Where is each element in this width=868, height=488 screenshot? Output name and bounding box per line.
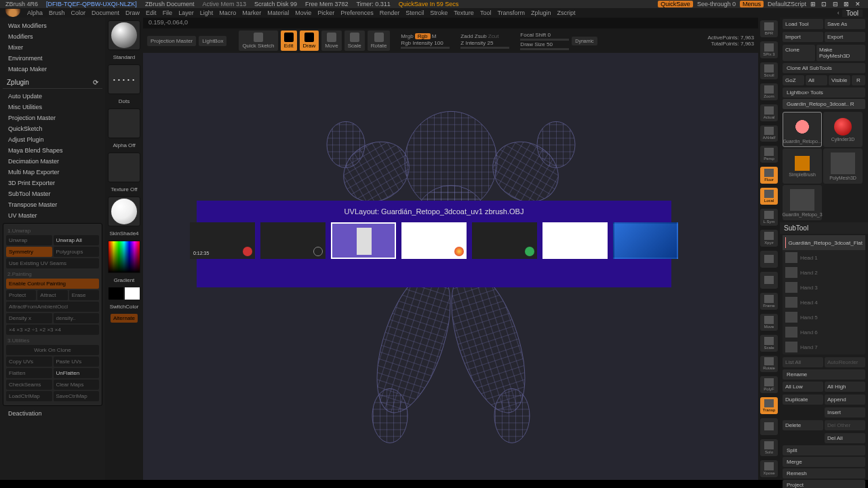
unflatten-button[interactable]: UnFlatten	[54, 368, 100, 378]
focal-shift[interactable]: Focal Shift 0	[520, 32, 569, 38]
zadd[interactable]: Zadd	[460, 33, 473, 39]
rename-button[interactable]: Rename	[783, 369, 865, 380]
menu-render[interactable]: Render	[380, 9, 400, 16]
color-picker[interactable]	[108, 241, 140, 273]
zplugin-header[interactable]: Zplugin⟳	[3, 77, 102, 89]
menu-layer[interactable]: Layer	[178, 9, 194, 16]
mrgb[interactable]: Mrgb	[401, 33, 413, 39]
task-thumb-3-selected[interactable]	[331, 222, 396, 259]
save-as[interactable]: Save As	[825, 19, 865, 29]
right-tool-Frame[interactable]: Frame	[760, 293, 778, 310]
subtool-slot[interactable]: Head 1	[783, 250, 865, 265]
right-tool-Transp[interactable]: Transp	[760, 397, 778, 414]
right-tool-Scroll[interactable]: Scroll	[760, 62, 778, 79]
subtool-slot[interactable]: Hand 5	[783, 310, 865, 325]
unwrap-button[interactable]: Unwrap	[6, 235, 52, 245]
density-field[interactable]: density..	[54, 313, 100, 323]
leftitem[interactable]: Projection Master	[3, 113, 102, 123]
leftitem[interactable]: Transpose Master	[3, 199, 102, 210]
duplicate[interactable]: Duplicate	[783, 394, 823, 405]
ambient-button[interactable]: AttractFromAmbientOccl	[6, 302, 99, 312]
move-button[interactable]: Move	[321, 30, 342, 51]
menu-edit[interactable]: Edit	[146, 9, 157, 16]
right-tool-Persp[interactable]: Persp	[760, 146, 778, 163]
project[interactable]: Project	[783, 480, 865, 488]
subtool-slot[interactable]: Hand 3	[783, 280, 865, 295]
menu-brush[interactable]: Brush	[49, 9, 65, 16]
edit-button[interactable]: Edit	[281, 30, 297, 51]
load-tool[interactable]: Load Tool	[783, 19, 823, 29]
refresh-icon[interactable]: ⟳	[93, 79, 98, 86]
dynamic-button[interactable]: Dynamic	[572, 37, 597, 45]
menu-zscript[interactable]: Zscript	[557, 9, 576, 16]
menus-button[interactable]: Menus	[740, 1, 764, 7]
task-thumb-6[interactable]	[542, 222, 608, 259]
polygroups-button[interactable]: Polygroups	[54, 247, 100, 257]
menu-alpha[interactable]: Alpha	[27, 9, 43, 16]
leftitem[interactable]: Wax Modifiers	[3, 20, 102, 31]
goz-all[interactable]: All	[806, 75, 827, 85]
leftitem[interactable]: Decimation Master	[3, 156, 102, 167]
checkseams[interactable]: CheckSeams	[6, 380, 52, 390]
leftitem[interactable]: Misc Utilities	[3, 102, 102, 113]
leftitem[interactable]: QuickSketch	[3, 123, 102, 134]
texture-swatch[interactable]	[108, 152, 140, 182]
split[interactable]: Split	[783, 445, 865, 455]
quicksave-button[interactable]: QuickSave	[658, 1, 693, 7]
right-tool-L.Sym[interactable]: L.Sym	[760, 209, 778, 226]
load-ctrlmap[interactable]: LoadCtrlMap	[6, 391, 52, 401]
autoreorder[interactable]: AutoReorder	[825, 357, 865, 367]
leftitem[interactable]: Matcap Maker	[3, 64, 102, 75]
right-tool-blank[interactable]	[760, 272, 778, 289]
menu-tool[interactable]: Tool	[480, 9, 492, 16]
menu-file[interactable]: File	[163, 9, 173, 16]
subtool-slot[interactable]: Hand 7	[783, 340, 865, 354]
rotate-button[interactable]: Rotate	[368, 30, 391, 51]
right-tool-BPR[interactable]: BPR	[760, 20, 778, 37]
export-button[interactable]: Export	[825, 32, 865, 42]
zsub[interactable]: Zsub	[475, 33, 487, 39]
default-zscript[interactable]: DefaultZScript	[768, 1, 806, 7]
right-tool-Local[interactable]: Local	[760, 188, 778, 205]
make-polymesh[interactable]: Make PolyMesh3D	[816, 45, 865, 61]
current-tool[interactable]: Guardin_Retopo_3dcoat.. R	[783, 99, 865, 109]
existing-seams[interactable]: Use Existing UV Seams	[6, 258, 99, 268]
tool-thumb[interactable]: Guardin_Retopo_3	[783, 185, 822, 220]
del-all[interactable]: Del All	[825, 433, 865, 443]
menu-macro[interactable]: Macro	[219, 9, 236, 16]
task-thumb-7[interactable]	[613, 222, 678, 259]
subtool-slot[interactable]: Hand 2	[783, 265, 865, 280]
leftitem[interactable]: Environment	[3, 53, 102, 64]
subtool-header[interactable]: SubTool	[780, 222, 868, 234]
right-tool-Actual[interactable]: Actual	[760, 104, 778, 121]
scale-button[interactable]: Scale	[344, 30, 365, 51]
switchcolor[interactable]: SwitchColor	[108, 302, 140, 311]
clone-button[interactable]: Clone	[783, 45, 815, 61]
leftitem[interactable]: UV Master	[3, 210, 102, 221]
menu-material[interactable]: Material	[267, 9, 289, 16]
leftitem[interactable]: Adjust Plugin	[3, 134, 102, 145]
menu-transform[interactable]: Transform	[497, 9, 525, 16]
del-other[interactable]: Del Other	[825, 420, 865, 430]
rgb-button[interactable]: Rgb	[415, 33, 431, 39]
tool-thumb[interactable]: PolyMesh3D	[823, 148, 863, 184]
delete[interactable]: Delete	[783, 420, 823, 430]
task-thumb-4[interactable]	[401, 222, 467, 259]
menu-zplugin[interactable]: Zplugin	[531, 9, 551, 16]
remesh[interactable]: Remesh	[783, 468, 865, 479]
symmetry-button[interactable]: Symmetry	[6, 247, 52, 257]
right-tool-blank[interactable]	[760, 418, 778, 435]
clone-all[interactable]: Clone All SubTools	[783, 63, 865, 73]
leftitem[interactable]: SubTool Master	[3, 188, 102, 199]
right-tool-blank[interactable]	[760, 251, 778, 268]
right-tool-PolyF[interactable]: PolyF	[760, 376, 778, 393]
paste-uvs[interactable]: Paste UVs	[54, 357, 100, 367]
menu-stroke[interactable]: Stroke	[430, 9, 448, 16]
leftitem[interactable]: Auto Update	[3, 91, 102, 102]
all-high[interactable]: All High	[825, 382, 865, 392]
leftitem[interactable]: Multi Map Exporter	[3, 167, 102, 178]
zbrush-logo-icon[interactable]	[5, 9, 20, 17]
leftitem[interactable]: Modifiers	[3, 31, 102, 42]
save-ctrlmap[interactable]: SaveCtrlMap	[54, 391, 100, 401]
m-button[interactable]: M	[432, 33, 437, 39]
